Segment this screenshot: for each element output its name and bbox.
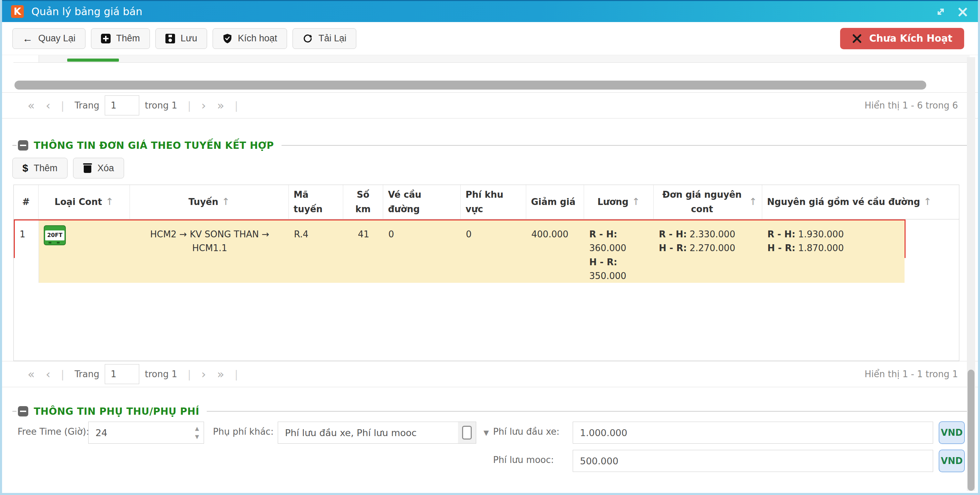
upper-grid-pager: « ‹ | Trang trong 1 | › » | Hiển thị 1 -… bbox=[2, 92, 978, 119]
col-discount: Giảm giá bbox=[526, 185, 584, 219]
cell-route-code: R.4 bbox=[289, 221, 344, 283]
cell-salary: R - H: 360.000 H - R: 350.000 bbox=[584, 221, 654, 283]
cell-discount: 400.000 bbox=[527, 221, 584, 283]
sort-asc-icon: ↑ bbox=[222, 194, 230, 210]
col-route-code: Mã tuyến bbox=[289, 185, 343, 219]
back-button[interactable]: ← Quay Lại bbox=[13, 28, 86, 49]
collapse-icon[interactable] bbox=[18, 406, 28, 416]
route-section-toolbar: $ Thêm Xóa bbox=[2, 151, 978, 185]
cell-cont-price: R - H: 2.330.000 H - R: 2.270.000 bbox=[654, 221, 762, 283]
price-management-window: K Quản lý bảng giá bán × ← Quay Lại Thêm… bbox=[0, 0, 980, 495]
save-button[interactable]: Lưu bbox=[156, 28, 207, 49]
currency-badge: VND bbox=[939, 449, 965, 472]
cell-gross-price: R - H: 1.930.000 H - R: 1.870.000 bbox=[762, 221, 905, 283]
col-area-fee: Phí khu vực bbox=[461, 185, 526, 219]
trailer-fee-field bbox=[573, 450, 933, 472]
vertical-scrollbar-track[interactable] bbox=[967, 57, 975, 491]
section-title: THÔNG TIN ĐƠN GIÁ THEO TUYẾN KẾT HỢP bbox=[34, 140, 274, 151]
multiselect-checkbox[interactable] bbox=[458, 422, 476, 443]
col-toll: Vé cầu đường bbox=[383, 185, 461, 219]
delete-route-price-button[interactable]: Xóa bbox=[73, 158, 124, 178]
upper-grid-clipped-row bbox=[13, 55, 970, 63]
clipped-cont-badge bbox=[67, 59, 119, 62]
spinner-down-icon[interactable]: ▼ bbox=[195, 434, 199, 440]
table-header-row: # Loại Cont↑ Tuyến↑ Mã tuyến Số km Vé cầ… bbox=[14, 185, 959, 219]
page-of-label: trong 1 bbox=[145, 369, 177, 379]
checkbox-icon bbox=[462, 426, 472, 439]
app-logo: K bbox=[11, 5, 24, 18]
col-gross-price[interactable]: Nguyên giá gồm vé cầu đường↑ bbox=[762, 185, 959, 219]
free-time-input[interactable] bbox=[89, 427, 190, 438]
page-input[interactable] bbox=[105, 95, 139, 116]
x-icon bbox=[852, 33, 862, 44]
save-icon bbox=[165, 34, 175, 43]
status-badge[interactable]: Chưa Kích Hoạt bbox=[840, 28, 964, 49]
add-route-price-button[interactable]: $ Thêm bbox=[13, 158, 68, 178]
close-icon[interactable]: × bbox=[956, 5, 969, 18]
horizontal-scrollbar[interactable] bbox=[14, 81, 926, 90]
first-page-icon[interactable]: « bbox=[27, 100, 35, 111]
container-20ft-icon: 20FT bbox=[44, 225, 66, 245]
col-route[interactable]: Tuyến↑ bbox=[130, 185, 289, 219]
first-page-icon[interactable]: « bbox=[27, 368, 35, 380]
truck-fee-label: Phí lưu đầu xe: bbox=[493, 427, 560, 437]
sort-asc-icon: ↑ bbox=[923, 194, 931, 210]
col-km: Số km bbox=[343, 185, 383, 219]
col-salary[interactable]: Lương↑ bbox=[584, 185, 654, 219]
add-button[interactable]: Thêm bbox=[91, 28, 150, 49]
dollar-icon: $ bbox=[22, 162, 28, 174]
currency-badge: VND bbox=[939, 421, 965, 444]
sort-asc-icon: ↑ bbox=[749, 194, 757, 210]
plus-square-icon bbox=[101, 34, 111, 43]
col-cont-price[interactable]: Đơn giá nguyên cont↑ bbox=[654, 185, 762, 219]
prev-page-icon[interactable]: ‹ bbox=[46, 100, 51, 111]
prev-page-icon[interactable]: ‹ bbox=[46, 368, 51, 380]
toolbar: ← Quay Lại Thêm Lưu Kích hoạt Tải Lại bbox=[2, 22, 978, 55]
page-label: Trang bbox=[75, 100, 100, 111]
truck-fee-input[interactable] bbox=[573, 427, 933, 438]
other-fees-input[interactable] bbox=[278, 427, 458, 438]
collapse-icon[interactable] bbox=[18, 140, 28, 151]
vertical-scrollbar-thumb[interactable] bbox=[967, 370, 975, 491]
sort-asc-icon: ↑ bbox=[632, 194, 640, 210]
col-cont-type[interactable]: Loại Cont↑ bbox=[38, 185, 130, 219]
records-summary: Hiển thị 1 - 6 trong 6 bbox=[865, 100, 958, 111]
other-fees-field bbox=[278, 422, 476, 444]
truck-fee-field bbox=[573, 422, 933, 444]
cell-toll: 0 bbox=[383, 221, 461, 283]
next-page-icon[interactable]: › bbox=[201, 368, 206, 380]
selected-row-outline: 1 20FT HCM2 → KV SONG THAN → HCM1.1 R.4 … bbox=[14, 219, 905, 258]
maximize-icon[interactable] bbox=[935, 6, 947, 17]
chevron-down-icon: ▼ bbox=[484, 428, 488, 437]
dropdown-button[interactable]: ▼ bbox=[478, 422, 494, 444]
route-table-pager: « ‹ | Trang trong 1 | › » | Hiển thị 1 -… bbox=[2, 361, 978, 387]
next-page-icon[interactable]: › bbox=[201, 100, 206, 111]
window-titlebar: K Quản lý bảng giá bán × bbox=[2, 0, 978, 22]
arrow-left-icon: ← bbox=[22, 33, 33, 44]
shield-check-icon bbox=[223, 33, 232, 44]
window-title: Quản lý bảng giá bán bbox=[31, 5, 142, 17]
last-page-icon[interactable]: » bbox=[217, 100, 224, 111]
number-stepper[interactable]: ▲ ▼ bbox=[190, 422, 204, 443]
cell-index: 1 bbox=[15, 221, 39, 283]
page-of-label: trong 1 bbox=[145, 100, 177, 111]
free-time-field: ▲ ▼ bbox=[88, 422, 204, 444]
trailer-fee-label: Phí lưu mooc: bbox=[493, 455, 554, 465]
page-label: Trang bbox=[75, 369, 100, 379]
other-fees-label: Phụ phí khác: bbox=[213, 427, 274, 437]
cell-cont-type: 20FT bbox=[39, 221, 130, 283]
trailer-fee-input[interactable] bbox=[573, 456, 933, 466]
table-row[interactable]: 1 20FT HCM2 → KV SONG THAN → HCM1.1 R.4 … bbox=[15, 221, 905, 254]
section-title: THÔNG TIN PHỤ THU/PHỤ PHÍ bbox=[34, 406, 199, 417]
reload-button[interactable]: Tải Lại bbox=[293, 28, 356, 49]
trash-icon bbox=[83, 163, 92, 173]
last-page-icon[interactable]: » bbox=[217, 368, 224, 380]
page-input[interactable] bbox=[105, 364, 139, 384]
route-section-header: THÔNG TIN ĐƠN GIÁ THEO TUYẾN KẾT HỢP bbox=[13, 140, 970, 151]
spinner-up-icon[interactable]: ▲ bbox=[195, 425, 199, 432]
activate-button[interactable]: Kích hoạt bbox=[213, 28, 287, 49]
cell-km: 41 bbox=[344, 221, 383, 283]
cell-route: HCM2 → KV SONG THAN → HCM1.1 bbox=[130, 221, 289, 283]
fees-section-header: THÔNG TIN PHỤ THU/PHỤ PHÍ bbox=[13, 406, 970, 417]
refresh-icon bbox=[302, 33, 313, 44]
